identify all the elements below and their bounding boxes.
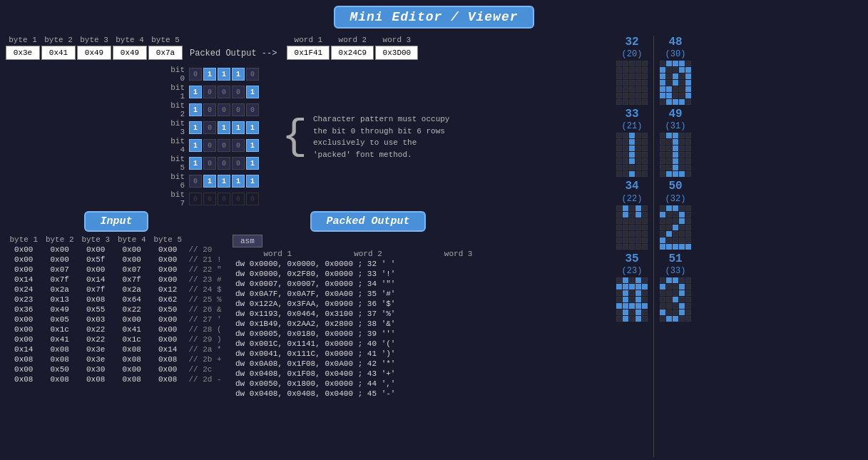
input-cell-5-2: 0x08 xyxy=(78,295,113,305)
input-cell-10-2: 0x3e xyxy=(78,344,113,354)
char-pixel xyxy=(685,139,691,145)
bit-cell-3-3[interactable]: 1 xyxy=(232,121,245,134)
bit-cell-3-4[interactable]: 1 xyxy=(246,121,259,134)
char-pixel xyxy=(679,237,685,243)
char-pixel xyxy=(673,310,678,315)
output-cell-13: dw 0x0408, 0x0408, 0x0400 ; 45 '-' xyxy=(233,389,504,399)
bit-cell-4-0[interactable]: 1 xyxy=(189,139,202,152)
char-pixel xyxy=(660,277,665,283)
bit-cell-5-1[interactable]: 0 xyxy=(203,157,216,170)
bit-cell-6-3[interactable]: 1 xyxy=(232,175,245,188)
char-pixel xyxy=(623,133,628,138)
input-cell-2-2: 0x00 xyxy=(78,265,113,275)
bit-cell-2-4[interactable]: 0 xyxy=(246,103,259,116)
char-pixel xyxy=(635,99,641,105)
bit-row-label-4: bit 4 xyxy=(163,137,188,154)
bit-cell-1-0[interactable]: 1 xyxy=(189,86,202,98)
bit-cell-7-3[interactable]: 0 xyxy=(232,193,245,205)
bit-cell-3-2[interactable]: 1 xyxy=(218,121,230,134)
bit-cell-2-2[interactable]: 0 xyxy=(218,103,230,116)
word1-input[interactable] xyxy=(287,46,330,60)
input-cell-6-0: 0x36 xyxy=(6,305,41,315)
char-pixel xyxy=(616,277,622,283)
byte5-input[interactable] xyxy=(148,46,183,60)
bit-cell-0-4[interactable]: 0 xyxy=(246,68,259,81)
bit-cell-6-1[interactable]: 1 xyxy=(203,175,216,188)
char-pixel xyxy=(642,212,648,218)
bit-cell-7-2[interactable]: 0 xyxy=(218,193,230,205)
word2-input[interactable] xyxy=(331,46,374,60)
char-pixel xyxy=(642,61,648,66)
bit-cell-3-0[interactable]: 1 xyxy=(189,121,202,134)
char-pixel xyxy=(660,218,665,224)
title-bar: Mini Editor / Viewer xyxy=(0,0,868,33)
char-pixel xyxy=(629,80,635,86)
char-pixel xyxy=(616,67,622,73)
bit-cell-4-3[interactable]: 0 xyxy=(232,139,245,152)
bit-row-5: bit 510001 xyxy=(163,155,259,172)
input-col-byte3: byte 3 xyxy=(78,235,113,245)
table-row: 0x080x080x080x080x08// 2d - xyxy=(6,374,227,384)
char-pixel xyxy=(679,171,685,177)
bit-cell-6-4[interactable]: 1 xyxy=(246,175,259,188)
char-pixel xyxy=(623,171,628,177)
asm-tab[interactable]: asm xyxy=(233,235,262,247)
bit-cell-2-3[interactable]: 0 xyxy=(232,103,245,116)
bit-cell-6-2[interactable]: 1 xyxy=(218,175,230,188)
bit-cell-5-0[interactable]: 1 xyxy=(189,157,202,170)
byte2-input[interactable] xyxy=(41,46,76,60)
output-cell-9: dw 0x0041, 0x111C, 0x0000 ; 41 ')' xyxy=(233,349,504,359)
bit-cell-7-0[interactable]: 0 xyxy=(189,193,202,205)
bit-cell-0-0[interactable]: 0 xyxy=(189,68,202,81)
bit-row-label-2: bit 2 xyxy=(163,101,188,118)
bit-cell-2-0[interactable]: 1 xyxy=(189,103,202,116)
input-col-comment xyxy=(185,235,227,245)
bit-cell-5-2[interactable]: 0 xyxy=(218,157,230,170)
main-container: Mini Editor / Viewer byte 1 byte 2 byte … xyxy=(0,0,868,460)
input-cell-4-5: // 24 $ xyxy=(185,285,227,295)
byte3-input[interactable] xyxy=(77,46,111,60)
table-row: 0x140x7f0x140x7f0x00// 23 # xyxy=(6,275,227,285)
char-pixel xyxy=(660,61,665,66)
char-number-51: 51 xyxy=(668,252,682,266)
bit-cell-7-4[interactable]: 0 xyxy=(246,193,259,205)
bit-cell-5-4[interactable]: 1 xyxy=(246,157,259,170)
bit-cell-0-3[interactable]: 1 xyxy=(232,68,245,81)
char-pixel xyxy=(616,99,622,105)
char-pixel xyxy=(660,158,665,164)
bit-cell-4-1[interactable]: 0 xyxy=(203,139,216,152)
char-pixel xyxy=(673,73,678,79)
input-cell-0-3: 0x00 xyxy=(113,245,149,255)
bit-cell-2-1[interactable]: 0 xyxy=(203,103,216,116)
bit-cell-1-4[interactable]: 1 xyxy=(246,86,259,98)
char-pixel xyxy=(635,171,641,177)
bit-cell-5-3[interactable]: 0 xyxy=(232,157,245,170)
bit-cell-1-3[interactable]: 0 xyxy=(232,86,245,98)
char-pixel xyxy=(660,86,665,92)
bit-cell-6-0[interactable]: 0 xyxy=(189,175,202,188)
bit-cell-4-2[interactable]: 0 xyxy=(218,139,230,152)
output-table-scroll[interactable]: word 1 word 2 word 3 dw 0x0000, 0x0000, … xyxy=(233,249,504,399)
bit-cell-7-1[interactable]: 0 xyxy=(203,193,216,205)
bit-cell-1-1[interactable]: 0 xyxy=(203,86,216,98)
bit-cell-0-2[interactable]: 1 xyxy=(218,68,230,81)
input-cell-7-5: // 27 ' xyxy=(185,315,227,324)
bit-cell-3-1[interactable]: 0 xyxy=(203,121,216,134)
byte4-input[interactable] xyxy=(113,46,147,60)
input-cell-13-3: 0x08 xyxy=(113,374,149,384)
char-pixel xyxy=(629,244,635,250)
byte1-input[interactable] xyxy=(6,46,40,60)
input-table: byte 1 byte 2 byte 3 byte 4 byte 5 0x000… xyxy=(6,235,227,384)
char-pixel xyxy=(660,225,665,230)
bit-cell-1-2[interactable]: 0 xyxy=(218,86,230,98)
bit-cell-0-1[interactable]: 1 xyxy=(203,68,216,81)
input-cell-1-1: 0x00 xyxy=(41,255,77,265)
input-table-scroll[interactable]: byte 1 byte 2 byte 3 byte 4 byte 5 0x000… xyxy=(6,235,227,384)
char-pixel xyxy=(660,171,665,177)
word3-input[interactable] xyxy=(375,46,418,60)
input-cell-10-1: 0x08 xyxy=(41,344,77,354)
byte4-label: byte 4 xyxy=(116,36,144,44)
char-pixel xyxy=(679,310,685,315)
char-pixel xyxy=(660,145,665,151)
bit-cell-4-4[interactable]: 1 xyxy=(246,139,259,152)
